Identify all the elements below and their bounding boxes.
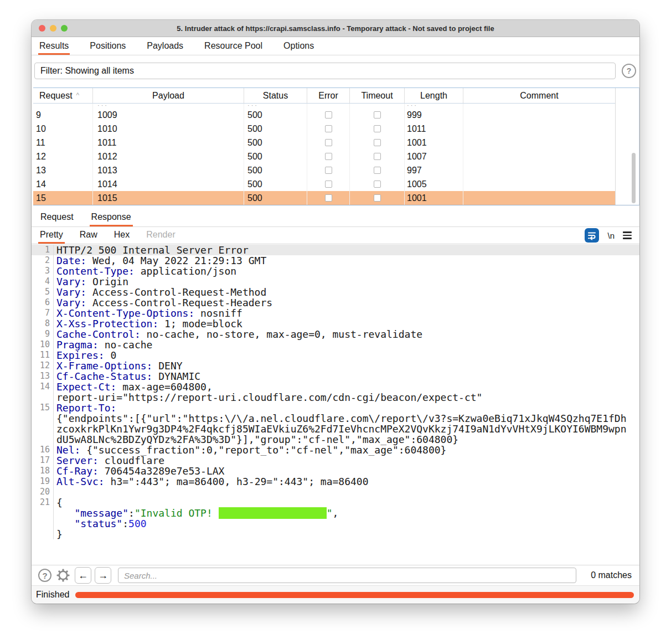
timeout-checkbox[interactable]	[374, 111, 381, 119]
editor-line: 13Cf-Cache-Status: DYNAMIC	[32, 371, 639, 382]
editor-line: 4Vary: Origin	[32, 276, 639, 287]
timeout-checkbox[interactable]	[374, 181, 381, 188]
editor-line: "message":"Invalid OTP! ",	[32, 508, 639, 518]
minimize-button[interactable]	[50, 25, 56, 32]
next-match-button[interactable]: →	[95, 567, 111, 584]
code-segment: Access-Control-Request-Headers	[86, 297, 272, 308]
line-number: 20	[32, 487, 54, 497]
code-line: Report-To:	[54, 403, 116, 413]
code-line: Expires: 0	[54, 350, 116, 360]
error-checkbox[interactable]	[325, 181, 332, 188]
filter-help-icon[interactable]: ?	[622, 64, 636, 78]
main-tab-bar: Results Positions Payloads Resource Pool…	[32, 37, 639, 55]
settings-button[interactable]	[56, 568, 70, 583]
cell-status: 500	[244, 122, 307, 136]
col-header-payload[interactable]: Payload	[93, 88, 244, 103]
results-grid: Request ^ Payload Status Error Timeout L…	[33, 88, 616, 205]
code-segment: Vary:	[56, 286, 86, 298]
code-line	[54, 487, 56, 497]
editor-menu-button[interactable]	[623, 231, 632, 239]
code-line: Server: cloudflare	[54, 455, 164, 466]
subtab-hex[interactable]: Hex	[112, 227, 131, 244]
timeout-checkbox[interactable]	[374, 125, 381, 132]
table-row[interactable]: 1510155001001	[33, 191, 615, 205]
code-line: "status":500	[54, 518, 147, 529]
tab-payloads[interactable]: Payloads	[146, 37, 184, 55]
tab-resource-pool[interactable]: Resource Pool	[203, 37, 264, 55]
timeout-checkbox[interactable]	[374, 153, 381, 160]
timeout-checkbox[interactable]	[374, 139, 381, 146]
traffic-lights	[39, 25, 68, 32]
tab-results[interactable]: Results	[38, 37, 70, 55]
code-segment: no-cache, no-store, max-age=0, must-reva…	[141, 328, 422, 340]
table-row[interactable]: 91009500999	[33, 108, 615, 122]
table-row[interactable]: 1410145001005	[33, 177, 615, 191]
col-header-error[interactable]: Error	[307, 88, 350, 103]
line-number: 2	[32, 255, 54, 266]
cell-payload: 1014	[93, 177, 244, 191]
error-checkbox[interactable]	[325, 153, 332, 160]
col-header-comment[interactable]: Comment	[463, 88, 615, 103]
code-segment: Content-Type:	[56, 265, 135, 277]
line-number: 4	[32, 276, 54, 287]
editor-line: 10Pragma: no-cache	[32, 339, 639, 350]
filter-bar[interactable]: Filter: Showing all items	[34, 63, 616, 79]
code-segment: :	[122, 518, 128, 529]
error-checkbox[interactable]	[325, 125, 332, 132]
code-segment: "status"	[56, 518, 122, 529]
clipped-text: ···	[97, 104, 109, 107]
close-button[interactable]	[39, 25, 45, 32]
cell-payload: 1013	[93, 163, 244, 177]
cell-status: 500	[244, 163, 307, 177]
col-header-timeout[interactable]: Timeout	[350, 88, 405, 103]
filter-text: Filter: Showing all items	[40, 66, 134, 76]
cell-timeout	[350, 177, 405, 191]
table-row[interactable]: 131013500997	[33, 163, 615, 177]
col-header-length[interactable]: Length	[405, 88, 463, 103]
subtab-pretty[interactable]: Pretty	[38, 227, 65, 244]
code-line: zcoxkrkPlKn1Ywr9g3DP4%2F4qkcfj85WIaEVkiu…	[54, 424, 627, 434]
col-header-status[interactable]: Status	[244, 88, 307, 103]
cell-error	[307, 177, 350, 191]
title-bar: 5. Intruder attack of https://crapi.sams…	[32, 20, 639, 37]
tab-positions[interactable]: Positions	[89, 37, 127, 55]
timeout-checkbox[interactable]	[374, 194, 381, 202]
col-header-request[interactable]: Request ^	[33, 88, 93, 103]
find-help-icon[interactable]: ?	[38, 569, 51, 582]
word-wrap-button[interactable]	[585, 228, 599, 243]
editor-line: 8X-Xss-Protection: 1; mode=block	[32, 318, 639, 329]
search-input[interactable]	[118, 568, 576, 583]
match-count: 0 matches	[591, 570, 633, 580]
tab-response[interactable]: Response	[90, 208, 133, 226]
code-segment: ,	[333, 507, 339, 519]
error-checkbox[interactable]	[325, 111, 332, 119]
code-segment: DYNAMIC	[152, 370, 200, 382]
error-checkbox[interactable]	[325, 194, 332, 202]
find-bar: ? ← → 0 matches	[32, 565, 639, 586]
table-row[interactable]: 1210125001007	[33, 150, 615, 163]
response-editor[interactable]: 1HTTP/2 500 Internal Server Error2Date: …	[32, 244, 639, 565]
cell-timeout	[350, 150, 405, 163]
previous-match-button[interactable]: ←	[75, 567, 91, 584]
editor-line: 2Date: Wed, 04 May 2022 21:29:13 GMT	[32, 255, 639, 266]
zoom-button[interactable]	[61, 25, 68, 32]
newline-toggle[interactable]: \n	[607, 231, 615, 240]
cell-request: 14	[33, 177, 93, 191]
cell-timeout	[350, 108, 405, 122]
editor-line: 20	[32, 487, 639, 497]
table-row[interactable]: 1010105001011	[33, 122, 615, 136]
cell-request: 11	[33, 136, 93, 150]
tab-request[interactable]: Request	[39, 208, 75, 226]
error-checkbox[interactable]	[325, 139, 332, 146]
table-row[interactable]: 1110115001001	[33, 136, 615, 150]
timeout-checkbox[interactable]	[374, 167, 381, 174]
table-header: Request ^ Payload Status Error Timeout L…	[33, 88, 615, 104]
tab-options[interactable]: Options	[282, 37, 315, 55]
error-checkbox[interactable]	[325, 167, 332, 174]
table-scrollbar[interactable]	[632, 153, 636, 203]
code-line: X-Frame-Options: DENY	[54, 360, 183, 371]
code-segment: X-Content-Type-Options:	[56, 307, 194, 319]
code-segment: h3=":443"; ma=86400, h3-29=":443"; ma=86…	[105, 476, 369, 487]
subtab-raw[interactable]: Raw	[78, 227, 99, 244]
cell-length: 1005	[405, 177, 463, 191]
